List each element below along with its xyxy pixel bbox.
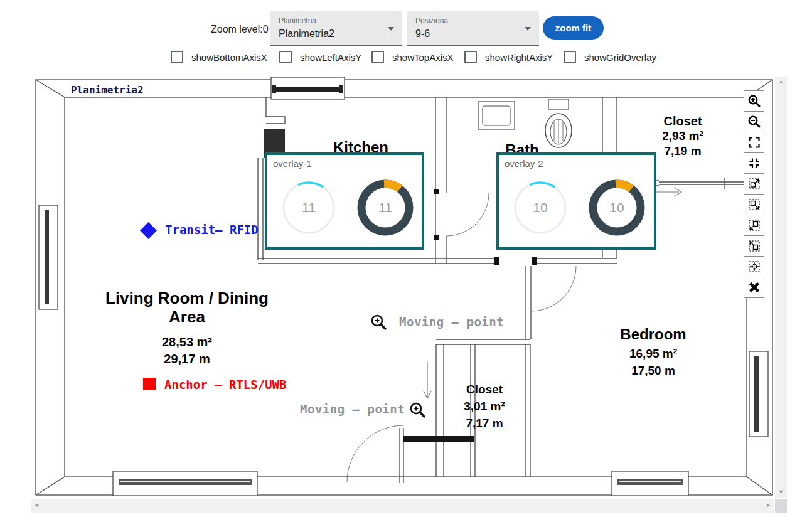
overlay-panel-1[interactable]: overlay-1 11 11 <box>265 152 424 250</box>
svg-text:11: 11 <box>302 200 316 215</box>
checkbox-label: showLeftAxisY <box>300 52 361 63</box>
zoom-in-magnifier-icon[interactable] <box>409 402 426 418</box>
resize-sw-button[interactable] <box>744 215 764 236</box>
resize-sw-icon <box>747 218 761 232</box>
resize-nw-icon <box>747 239 761 253</box>
anchor-marker-label: Anchor – RTLS/UWB <box>164 378 286 392</box>
resize-ne-icon <box>747 177 761 191</box>
center-fit-button[interactable] <box>744 256 764 277</box>
donut-gauge: 10 <box>587 178 647 238</box>
zoom-out-button[interactable] <box>744 111 764 132</box>
center-fit-icon <box>747 260 761 274</box>
moving-point-label: Moving – point <box>300 402 405 416</box>
room-label-bedroom: Bedroom 16,95 m² 17,50 m <box>601 326 705 379</box>
scroll-up-arrow-icon[interactable]: ▲ <box>778 79 784 85</box>
overlay-panel-2[interactable]: overlay-2 10 10 <box>496 152 656 250</box>
scroll-left-arrow-icon[interactable]: ◄ <box>34 503 40 508</box>
chevron-down-icon <box>525 27 531 31</box>
close-icon <box>747 280 761 294</box>
zoom-in-icon <box>747 94 761 108</box>
moving-point-label: Moving – point <box>399 315 504 329</box>
zoom-level-label: Zoom level:0 <box>211 24 269 35</box>
checkbox-box[interactable] <box>464 51 477 63</box>
zoom-out-icon <box>747 115 761 129</box>
svg-text:10: 10 <box>609 200 624 215</box>
resize-nw-button[interactable] <box>744 235 764 257</box>
app-root: { "toolbar": { "zoom_level_label": "Zoom… <box>0 0 812 517</box>
checkbox-label: showTopAxisX <box>392 52 454 63</box>
svg-text:11: 11 <box>378 200 392 215</box>
zoom-fit-button[interactable]: zoom fit <box>543 16 604 40</box>
posiziona-select-label: Posiziona <box>415 16 530 25</box>
checkbox-box[interactable] <box>564 51 576 63</box>
floorplan-canvas[interactable]: Planimetria2 Kitchen Bath Closet 2,93 m²… <box>31 77 774 497</box>
checkbox-show-top-axis-x[interactable]: showTopAxisX <box>371 51 454 63</box>
fullscreen-icon <box>747 136 761 149</box>
svg-text:10: 10 <box>533 200 547 215</box>
exit-fullscreen-button[interactable] <box>744 152 764 174</box>
plan-title: Planimetria2 <box>71 84 144 96</box>
donut-gauge: 11 <box>355 178 415 238</box>
checkbox-show-left-axis-y[interactable]: showLeftAxisY <box>279 51 361 63</box>
map-toolbar <box>744 91 764 298</box>
progress-circle-gauge: 11 <box>279 178 339 238</box>
resize-se-button[interactable] <box>744 194 764 215</box>
resize-se-icon <box>747 198 761 211</box>
checkbox-box[interactable] <box>171 51 183 63</box>
fullscreen-button[interactable] <box>744 132 764 153</box>
overlay-title: overlay-2 <box>505 158 543 169</box>
checkbox-show-bottom-axis-x[interactable]: showBottomAxisX <box>171 51 267 63</box>
room-label-closet-bottom: Closet 3,01 m² 7,17 m <box>446 381 523 432</box>
exit-fullscreen-icon <box>747 156 761 170</box>
horizontal-scrollbar[interactable]: ◄ ► <box>31 499 774 513</box>
posiziona-select[interactable]: Posiziona 9-6 <box>407 11 539 46</box>
progress-circle-gauge: 10 <box>510 178 570 238</box>
checkbox-show-right-axis-y[interactable]: showRightAxisY <box>464 51 553 63</box>
checkbox-box[interactable] <box>371 51 384 63</box>
scroll-right-arrow-icon[interactable]: ► <box>766 503 771 508</box>
checkbox-label: showGridOverlay <box>584 52 656 63</box>
anchor-square-icon <box>143 378 156 390</box>
checkbox-show-grid-overlay[interactable]: showGridOverlay <box>564 51 656 63</box>
scrollbar-corner <box>775 499 787 513</box>
close-button[interactable] <box>744 277 764 298</box>
planimetria-select-value: Planimetria2 <box>279 28 393 40</box>
zoom-in-magnifier-icon[interactable] <box>370 314 387 331</box>
chevron-down-icon <box>388 27 394 31</box>
room-label-living: Living Room / Dining Area 28,53 m² 29,17… <box>87 289 287 368</box>
checkbox-label: showBottomAxisX <box>191 52 267 63</box>
vertical-scrollbar[interactable]: ▲ ▼ <box>775 77 787 498</box>
posiziona-select-value: 9-6 <box>415 28 530 40</box>
planimetria-select[interactable]: Planimetria Planimetria2 <box>270 11 402 46</box>
overlay-title: overlay-1 <box>273 158 312 169</box>
checkbox-box[interactable] <box>279 51 292 63</box>
transit-marker-label: Transit– RFID <box>165 223 259 237</box>
checkbox-label: showRightAxisY <box>485 52 553 63</box>
planimetria-select-label: Planimetria <box>279 16 393 25</box>
zoom-in-button[interactable] <box>744 90 764 112</box>
resize-ne-button[interactable] <box>744 173 764 195</box>
scroll-down-arrow-icon[interactable]: ▼ <box>778 489 784 495</box>
